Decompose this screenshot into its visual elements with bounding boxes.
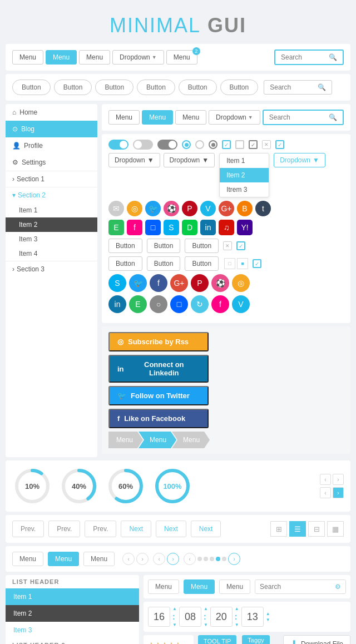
- dropdown-btn-3[interactable]: Dropdown ▼: [274, 153, 325, 167]
- sidebar-section3[interactable]: › Section 3: [6, 261, 97, 277]
- flickr-icon[interactable]: f: [127, 220, 142, 235]
- checkbox-4[interactable]: ✓: [275, 140, 284, 149]
- sidebar-item1[interactable]: Item 1: [6, 203, 97, 217]
- nav-menu-3[interactable]: Menu: [79, 50, 110, 65]
- twitter-c2[interactable]: 🐦: [129, 274, 147, 292]
- cycle-c[interactable]: ↻: [191, 295, 209, 313]
- next-btn-3[interactable]: Next: [191, 521, 221, 537]
- tumblr-icon-c[interactable]: t: [255, 201, 271, 216]
- toggle-3[interactable]: [157, 140, 177, 150]
- bar-view[interactable]: ▦: [327, 521, 344, 537]
- content-search[interactable]: 🔍: [263, 110, 344, 125]
- vimeo-c2[interactable]: V: [232, 295, 250, 313]
- grid-view[interactable]: ⊞: [270, 521, 287, 537]
- sidebar-section1[interactable]: › Section 1: [6, 171, 97, 187]
- dropbox-c2[interactable]: □: [170, 295, 188, 313]
- linkedin-btn[interactable]: in Connect on Linkedin: [108, 355, 209, 383]
- next-sm-1[interactable]: ›: [333, 474, 344, 485]
- content-menu-3[interactable]: Menu: [175, 110, 206, 125]
- nav-menu-badge[interactable]: Menu 2: [166, 50, 197, 65]
- sidebar-blog[interactable]: ⊙ Blog: [6, 121, 97, 137]
- time-down-4[interactable]: ▼: [266, 617, 270, 622]
- dropbox-icon[interactable]: □: [145, 220, 161, 235]
- fb-c[interactable]: f: [150, 274, 167, 292]
- arrow-menu-3[interactable]: Menu: [172, 432, 210, 448]
- dropdown-item-1[interactable]: Item 1: [220, 153, 269, 168]
- list-view[interactable]: ☰: [289, 521, 306, 537]
- pin-c2[interactable]: P: [191, 274, 209, 292]
- lastfm-icon[interactable]: ♫: [219, 220, 234, 235]
- twitter-btn[interactable]: 🐦 Follow on Twitter: [108, 386, 209, 405]
- list-item-3[interactable]: Item 3: [6, 622, 139, 638]
- time-minutes[interactable]: 08: [179, 607, 201, 627]
- next-sm-2[interactable]: ›: [333, 487, 344, 498]
- nav-menu-1[interactable]: Menu: [12, 50, 43, 65]
- nav-bot-3[interactable]: Menu: [83, 552, 115, 566]
- btn-4[interactable]: Button: [137, 80, 175, 95]
- nav-bot-2-active[interactable]: Menu: [48, 552, 79, 566]
- tag-1[interactable]: Taggy: [242, 635, 269, 644]
- pinterest-icon-c[interactable]: P: [182, 201, 197, 216]
- sidebar-profile[interactable]: 👤 Profile: [6, 137, 97, 154]
- btn-2[interactable]: Button: [54, 80, 92, 95]
- right-nav-3[interactable]: Menu: [219, 579, 250, 594]
- right-nav-2-active[interactable]: Menu: [184, 579, 215, 594]
- slide-left-1[interactable]: ‹: [122, 553, 135, 565]
- slide-right-2[interactable]: ›: [167, 553, 179, 565]
- prev-btn-1[interactable]: Prev.: [12, 521, 44, 537]
- evernote-icon[interactable]: E: [108, 220, 124, 235]
- prev-btn-3[interactable]: Prev.: [85, 521, 116, 537]
- inline-btn-5[interactable]: Button: [147, 256, 181, 271]
- sidebar-section2[interactable]: ▾ Section 2: [6, 187, 97, 203]
- right-search-input[interactable]: [260, 583, 333, 591]
- dropdown-item-2[interactable]: Item 2: [220, 168, 269, 182]
- search-input-1[interactable]: [281, 53, 325, 61]
- next-btn-2[interactable]: Next: [156, 521, 186, 537]
- time-down-3[interactable]: ▼: [235, 622, 239, 627]
- radio-3[interactable]: [209, 140, 217, 149]
- time-down-1[interactable]: ▼: [172, 622, 177, 627]
- col-view[interactable]: ⊟: [308, 521, 325, 537]
- nav-search-1[interactable]: 🔍: [274, 49, 344, 65]
- slide-left-3[interactable]: ‹: [184, 553, 196, 565]
- gplus-c2[interactable]: G+: [170, 274, 188, 292]
- content-dropdown[interactable]: Dropdown ▼: [209, 110, 260, 125]
- inline-btn-1[interactable]: Button: [108, 239, 142, 253]
- inline-btn-2[interactable]: Button: [147, 239, 181, 253]
- btn-6[interactable]: Button: [220, 80, 259, 95]
- next-btn-1[interactable]: Next: [121, 521, 151, 537]
- inline-btn-4[interactable]: Button: [108, 256, 142, 271]
- dropdown-btn-1[interactable]: Dropdown ▼: [108, 153, 160, 167]
- drib-c2[interactable]: ⚽: [211, 274, 229, 292]
- buttons-search[interactable]: 🔍: [264, 80, 332, 95]
- close-icon-1[interactable]: ✕: [262, 140, 271, 149]
- time-hours[interactable]: 16: [148, 607, 170, 627]
- prev-sm-1[interactable]: ‹: [320, 474, 331, 485]
- time-up-4[interactable]: ▲: [266, 611, 270, 616]
- nav-menu-2-active[interactable]: Menu: [46, 50, 77, 65]
- drop-c2[interactable]: ○: [150, 295, 167, 313]
- radio-2[interactable]: [195, 140, 204, 149]
- arrow-menu-2-active[interactable]: Menu: [139, 432, 176, 448]
- time-up-2[interactable]: ▲: [204, 606, 208, 611]
- deviantart-icon[interactable]: D: [182, 220, 197, 235]
- btn-5[interactable]: Button: [179, 80, 217, 95]
- content-menu-1[interactable]: Menu: [108, 110, 140, 125]
- prev-btn-2[interactable]: Prev.: [48, 521, 80, 537]
- slide-right-1[interactable]: ›: [136, 553, 149, 565]
- sidebar-settings[interactable]: ⚙ Settings: [6, 154, 97, 171]
- evernote-c2[interactable]: E: [129, 295, 147, 313]
- rss-btn[interactable]: ◎ Subscribe by Rss: [108, 332, 209, 351]
- sidebar-item4[interactable]: Item 4: [6, 246, 97, 261]
- linkedin-c2[interactable]: in: [108, 295, 126, 313]
- search-input-content[interactable]: [269, 113, 325, 121]
- rss-icon-c[interactable]: ◎: [127, 201, 142, 216]
- slide-right-3[interactable]: ›: [228, 553, 240, 565]
- x-icon-1[interactable]: ✕: [223, 241, 232, 250]
- toggle-1[interactable]: [108, 140, 128, 150]
- email-icon[interactable]: ✉: [108, 201, 124, 216]
- right-search[interactable]: ⚙: [255, 579, 346, 594]
- check-icon-1[interactable]: ✓: [236, 241, 245, 250]
- gplus-icon-c[interactable]: G+: [219, 201, 234, 216]
- flickr-c2[interactable]: f: [211, 295, 229, 313]
